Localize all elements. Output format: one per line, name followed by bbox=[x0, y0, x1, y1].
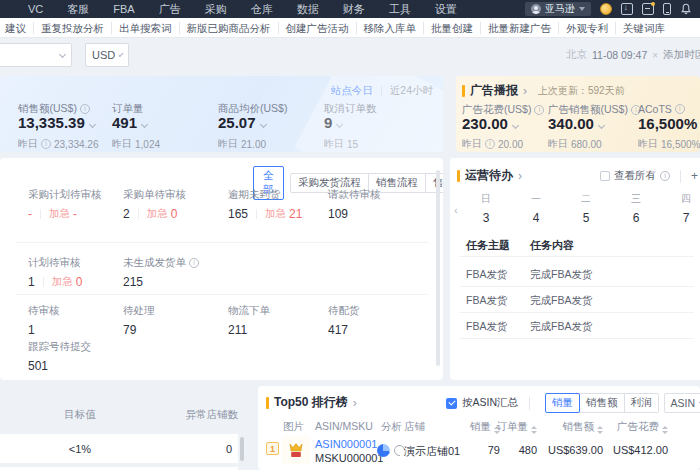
timezone-city: 北京 bbox=[566, 48, 587, 62]
stat-value[interactable]: 491 bbox=[112, 114, 147, 131]
todo-actions: 查看所有 + 新增 bbox=[600, 169, 700, 183]
weekday-cell[interactable]: 二5 bbox=[566, 192, 606, 225]
info-icon[interactable] bbox=[675, 104, 685, 114]
weekday-cell[interactable]: 一4 bbox=[516, 192, 556, 225]
prev-week-arrow[interactable]: ‹ bbox=[454, 204, 458, 216]
message-icon[interactable] bbox=[642, 3, 654, 15]
info-icon[interactable] bbox=[189, 258, 199, 268]
chevron-down-icon bbox=[260, 121, 267, 128]
col-image: 图片 bbox=[283, 420, 304, 434]
mobile-app-icon[interactable] bbox=[663, 3, 671, 15]
stat-value[interactable]: 13,335.39 bbox=[18, 114, 95, 131]
metric-sales-qty-button[interactable]: 销量 bbox=[545, 393, 580, 413]
account-switcher[interactable]: 亚马逊 bbox=[525, 2, 591, 16]
quicklink-bulk-create[interactable]: 批量创建 bbox=[423, 22, 480, 34]
nav-item-data[interactable]: 数据 bbox=[297, 0, 319, 18]
quicklink-bulk-create-ads[interactable]: 批量新建广告 bbox=[480, 22, 558, 34]
quicklink-suggestion[interactable]: 建议 bbox=[0, 22, 33, 34]
quicklink-duplicate-placement-analysis[interactable]: 重复投放分析 bbox=[33, 22, 111, 34]
task-topic[interactable]: FBA发货 bbox=[466, 268, 507, 282]
info-icon[interactable] bbox=[660, 171, 670, 181]
stat-value[interactable]: 16,500% bbox=[638, 115, 700, 132]
download-icon[interactable] bbox=[621, 3, 633, 15]
quicklink-order-search-terms[interactable]: 出单搜索词 bbox=[111, 22, 179, 34]
top50-title: Top50 排行榜 bbox=[274, 394, 348, 411]
close-icon[interactable]: × bbox=[652, 50, 658, 61]
stat-prev: 昨日20.00 bbox=[462, 137, 523, 151]
stat-value[interactable]: 9 bbox=[324, 114, 342, 131]
nav-item-ads[interactable]: 广告 bbox=[159, 0, 181, 18]
toggle-site-today[interactable]: 站点今日 bbox=[331, 84, 373, 98]
quicklink-create-ad-campaign[interactable]: 创建广告活动 bbox=[278, 22, 356, 34]
wf-payment-request-pending[interactable]: 请款待审核 109 bbox=[328, 188, 381, 221]
wf-plan-pending[interactable]: 计划待审核 1加急0 bbox=[28, 256, 82, 289]
wf-purchase-plan-pending[interactable]: 采购计划待审核 -加急- bbox=[28, 188, 102, 221]
weekday-cell[interactable]: 日3 bbox=[466, 192, 506, 225]
bell-icon[interactable] bbox=[680, 3, 692, 15]
info-icon[interactable] bbox=[80, 104, 90, 114]
currency-select[interactable]: USD bbox=[85, 43, 129, 67]
weekday-cell[interactable]: 四7 bbox=[666, 192, 700, 225]
add-timezone-button[interactable]: 添加时区 bbox=[663, 48, 700, 62]
task-topic[interactable]: FBA发货 bbox=[466, 294, 507, 308]
stat-value[interactable]: 230.00 bbox=[462, 115, 518, 132]
wf-pending-process[interactable]: 待处理 79 bbox=[123, 304, 155, 337]
weekday-cell[interactable]: 三6 bbox=[616, 192, 656, 225]
dimension-select[interactable]: ASIN bbox=[664, 393, 700, 413]
scrollbar[interactable] bbox=[240, 437, 244, 461]
asin-summary-checkbox[interactable] bbox=[446, 398, 457, 409]
quicklink-removal-inbound[interactable]: 移除入库单 bbox=[356, 22, 424, 34]
coin-icon[interactable] bbox=[600, 3, 612, 15]
task-topic[interactable]: FBA发货 bbox=[466, 320, 507, 334]
divider bbox=[460, 286, 694, 287]
plus-icon[interactable]: + bbox=[691, 169, 698, 183]
col-orders[interactable]: 订单量 bbox=[478, 420, 537, 434]
asin-link[interactable]: ASIN000001 bbox=[315, 438, 377, 450]
nav-item-settings[interactable]: 设置 bbox=[435, 0, 457, 18]
task-content[interactable]: 完成FBA发货 bbox=[530, 294, 592, 308]
nav-item-warehouse[interactable]: 仓库 bbox=[251, 0, 273, 18]
wf-logistics-order[interactable]: 物流下单 211 bbox=[228, 304, 270, 337]
chevron-down-icon bbox=[141, 121, 148, 128]
wf-pending-review[interactable]: 待审核 1 bbox=[28, 304, 60, 337]
product-image[interactable] bbox=[282, 436, 310, 464]
wf-pending-allocation[interactable]: 待配货 417 bbox=[328, 304, 360, 337]
tab-after-sales-flow[interactable]: 售后流程 bbox=[425, 174, 443, 192]
info-icon[interactable] bbox=[485, 139, 495, 149]
nav-item-purchase[interactable]: 采购 bbox=[205, 0, 227, 18]
nav-item-vc[interactable]: VC bbox=[28, 0, 43, 18]
wf-tracking-number-pending[interactable]: 跟踪号待提交 501 bbox=[28, 340, 91, 373]
quicklink-purchased-products-analysis[interactable]: 新版已购商品分析 bbox=[179, 22, 278, 34]
nav-item-customer-service[interactable]: 客服 bbox=[67, 0, 89, 18]
metric-profit-button[interactable]: 利润 bbox=[624, 394, 658, 412]
top50-header[interactable]: Top50 排行榜 › bbox=[266, 394, 357, 411]
wf-shipment-not-generated[interactable]: 未生成发货单 215 bbox=[123, 256, 199, 289]
nav-item-tools[interactable]: 工具 bbox=[389, 0, 411, 18]
info-icon[interactable] bbox=[534, 105, 544, 115]
stat-value[interactable]: 25.07 bbox=[218, 114, 266, 131]
toggle-24h[interactable]: 近24小时 bbox=[390, 84, 433, 98]
sort-icon bbox=[662, 426, 668, 434]
col-ad-spend[interactable]: 广告花费 bbox=[603, 420, 668, 434]
view-all-checkbox[interactable] bbox=[600, 171, 610, 181]
table-row[interactable]: <1% 0 bbox=[0, 434, 238, 463]
col-sales-amount[interactable]: 销售额 bbox=[538, 420, 603, 434]
quicklink-design-patent[interactable]: 外观专利 bbox=[558, 22, 615, 34]
scrollbar[interactable] bbox=[436, 170, 440, 366]
ads-card-header[interactable]: 广告播报 › 上次更新：592天前 bbox=[462, 82, 625, 99]
store-select[interactable] bbox=[0, 43, 72, 67]
analysis-pie-icon[interactable] bbox=[377, 444, 390, 457]
chevron-down-icon bbox=[336, 121, 343, 128]
metric-sales-amount-button[interactable]: 销售额 bbox=[579, 394, 624, 412]
nav-item-fba[interactable]: FBA bbox=[113, 0, 134, 18]
wf-purchase-order-pending[interactable]: 采购单待审核 2加急0 bbox=[123, 188, 186, 221]
stat-value[interactable]: 340.00 bbox=[548, 115, 604, 132]
target-value-cell: <1% bbox=[50, 443, 110, 455]
task-content[interactable]: 完成FBA发货 bbox=[530, 320, 592, 334]
quicklink-keyword-library[interactable]: 关键词库 bbox=[615, 22, 672, 34]
info-icon[interactable] bbox=[41, 139, 51, 149]
task-content[interactable]: 完成FBA发货 bbox=[530, 268, 592, 282]
wf-overdue-not-arrived[interactable]: 逾期未到货 165加急21 bbox=[228, 188, 302, 221]
nav-item-finance[interactable]: 财务 bbox=[343, 0, 365, 18]
todo-header[interactable]: 运营待办 › bbox=[457, 167, 522, 184]
